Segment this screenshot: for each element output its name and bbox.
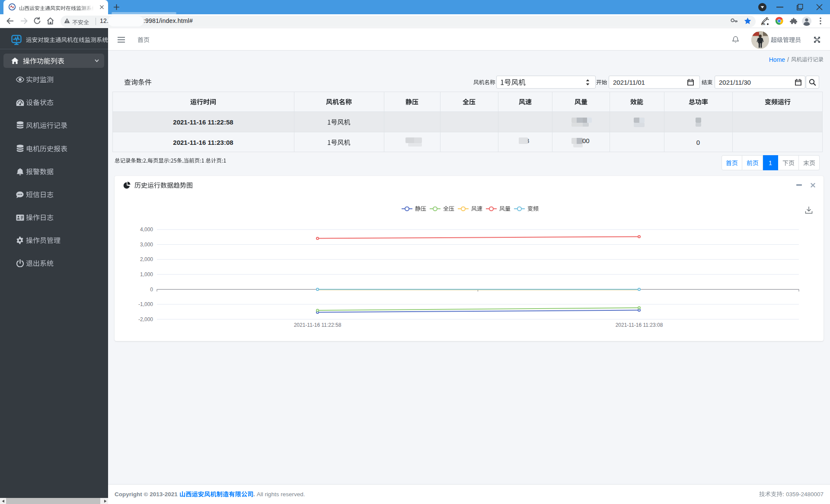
svg-text:1,000: 1,000 [140, 271, 153, 278]
svg-text:2,000: 2,000 [140, 256, 153, 262]
svg-text:-2,000: -2,000 [138, 316, 153, 322]
svg-text:-1,000: -1,000 [138, 301, 153, 307]
svg-text:en: en [761, 22, 765, 26]
svg-text:3,000: 3,000 [140, 242, 153, 248]
svg-text:0: 0 [150, 287, 153, 293]
svg-text:4,000: 4,000 [140, 226, 153, 233]
svg-text:2021-11-16 11:23:08: 2021-11-16 11:23:08 [616, 322, 663, 328]
svg-text:2021-11-16 11:22:58: 2021-11-16 11:22:58 [294, 322, 342, 328]
